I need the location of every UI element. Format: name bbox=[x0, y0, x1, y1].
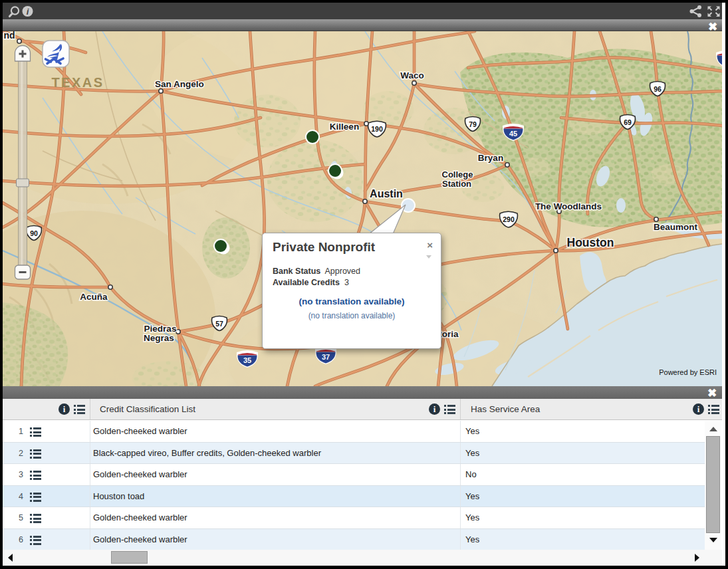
svg-text:57: 57 bbox=[215, 320, 223, 328]
svg-text:190: 190 bbox=[371, 125, 383, 133]
svg-text:Negras: Negras bbox=[144, 333, 174, 343]
svg-text:290: 290 bbox=[503, 215, 515, 223]
svg-text:College: College bbox=[442, 170, 473, 179]
svg-text:Killeen: Killeen bbox=[330, 122, 359, 132]
svg-text:Waco: Waco bbox=[400, 70, 424, 80]
svg-text:Station: Station bbox=[442, 179, 471, 189]
svg-text:Acuña: Acuña bbox=[80, 292, 108, 302]
svg-text:Beaumont: Beaumont bbox=[654, 222, 698, 232]
svg-text:96: 96 bbox=[654, 85, 662, 93]
svg-text:The Woodlands: The Woodlands bbox=[535, 201, 602, 211]
svg-text:35: 35 bbox=[243, 356, 251, 364]
svg-text:37: 37 bbox=[322, 353, 330, 361]
svg-text:90: 90 bbox=[30, 229, 38, 237]
svg-text:45: 45 bbox=[509, 130, 517, 138]
svg-text:San Angelo: San Angelo bbox=[155, 79, 204, 89]
svg-text:Powered by ESRI: Powered by ESRI bbox=[659, 368, 717, 376]
svg-text:Houston: Houston bbox=[567, 236, 614, 249]
svg-text:Bryan: Bryan bbox=[478, 153, 503, 163]
svg-text:79: 79 bbox=[469, 120, 477, 128]
svg-text:nd: nd bbox=[3, 31, 15, 41]
svg-text:Austin: Austin bbox=[370, 188, 403, 199]
svg-text:Piedras: Piedras bbox=[144, 324, 177, 334]
svg-text:69: 69 bbox=[624, 118, 632, 126]
svg-text:TEXAS: TEXAS bbox=[51, 75, 104, 90]
svg-text:i: i bbox=[27, 7, 29, 17]
svg-text:toria: toria bbox=[439, 329, 459, 339]
